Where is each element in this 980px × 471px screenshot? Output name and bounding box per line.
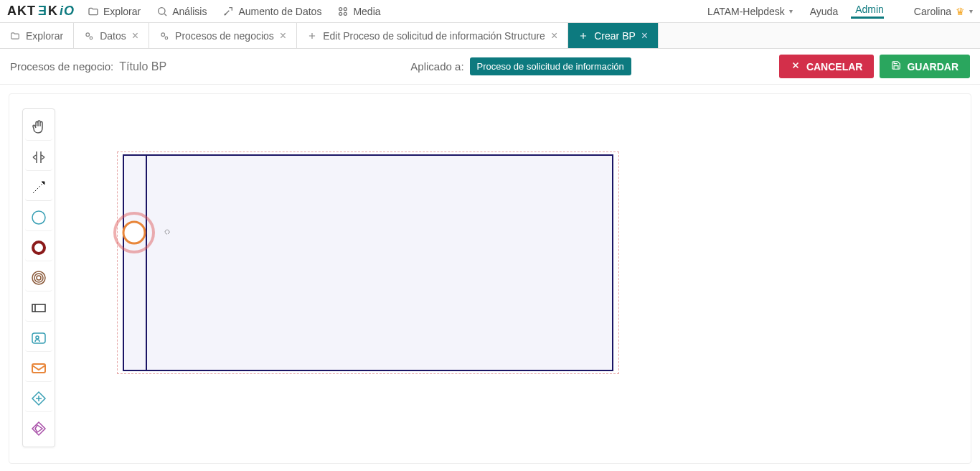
start-event-node[interactable]: [121, 220, 147, 246]
svg-point-0: [159, 7, 165, 14]
svg-point-5: [344, 12, 347, 15]
plus-icon: [307, 31, 317, 41]
pool-lane[interactable]: [123, 154, 613, 371]
top-nav: AKTEKiO Explorar Análisis Aumento de Dat…: [0, 0, 980, 23]
lane-tool[interactable]: [25, 294, 52, 322]
close-icon[interactable]: ×: [641, 30, 648, 42]
tab-edit-structure[interactable]: Edit Proceso de solicitud de información…: [297, 23, 568, 48]
search-icon: [156, 6, 168, 17]
cancel-button[interactable]: CANCELAR: [779, 55, 875, 78]
user-task-tool[interactable]: [25, 325, 52, 352]
close-icon[interactable]: ×: [280, 30, 286, 42]
chevron-down-icon: ▾: [789, 7, 793, 15]
svg-point-15: [161, 32, 165, 36]
align-tool[interactable]: [25, 144, 52, 171]
svg-point-1: [225, 14, 226, 14]
gears-icon: [84, 31, 94, 41]
svg-point-17: [32, 211, 45, 224]
intermediate-event-tool[interactable]: [25, 264, 52, 292]
chevron-down-icon: ▾: [969, 7, 973, 15]
tab-explorar[interactable]: Explorar: [0, 23, 74, 48]
connect-tool[interactable]: [25, 174, 52, 201]
applied-label: Aplicado a:: [410, 60, 463, 73]
right-nav: LATAM-Helpdesk ▾ Ayuda Admin Carolina ♛ …: [703, 4, 973, 19]
message-tool[interactable]: [25, 355, 52, 382]
admin-link[interactable]: Admin: [851, 4, 884, 19]
app-logo[interactable]: AKTEKiO: [7, 4, 75, 19]
save-button[interactable]: GUARDAR: [880, 55, 970, 78]
grab-cursor-icon: [162, 227, 172, 237]
user-menu[interactable]: Carolina ♛ ▾: [910, 6, 973, 17]
augment-icon: [222, 6, 234, 17]
nav-analisis[interactable]: Análisis: [156, 6, 207, 17]
crown-icon: ♛: [956, 6, 965, 17]
svg-point-13: [86, 32, 90, 36]
svg-point-27: [123, 222, 145, 243]
svg-point-16: [165, 37, 168, 39]
nav-aumento[interactable]: Aumento de Datos: [222, 6, 321, 17]
svg-point-21: [37, 276, 41, 280]
help-link[interactable]: Ayuda: [806, 6, 838, 17]
folder-icon: [10, 31, 20, 41]
tab-datos[interactable]: Datos ×: [74, 23, 149, 48]
close-icon: [791, 60, 801, 73]
save-icon: [891, 60, 901, 73]
svg-point-20: [34, 274, 43, 282]
svg-point-18: [33, 242, 44, 253]
folder-icon: [88, 6, 99, 17]
end-event-tool[interactable]: [25, 234, 52, 261]
canvas[interactable]: [9, 93, 971, 464]
nav-media[interactable]: Media: [337, 6, 380, 17]
tab-procesos[interactable]: Procesos de negocios ×: [149, 23, 297, 48]
plus-icon: [578, 31, 588, 41]
tabs-bar: Explorar Datos × Procesos de negocios × …: [0, 23, 980, 49]
svg-rect-22: [32, 304, 45, 312]
hand-tool[interactable]: [25, 113, 52, 141]
svg-point-3: [344, 7, 347, 10]
start-event-tool[interactable]: [25, 204, 52, 231]
close-icon[interactable]: ×: [551, 30, 557, 42]
gateway2-tool[interactable]: [25, 415, 52, 442]
close-icon[interactable]: ×: [132, 30, 138, 42]
action-bar: Procesos de negocio: Aplicado a: Proceso…: [0, 49, 980, 85]
applied-badge[interactable]: Proceso de solicitud de información: [470, 57, 631, 75]
canvas-wrap: [0, 85, 980, 471]
svg-point-2: [339, 7, 342, 10]
nav-explorar[interactable]: Explorar: [88, 6, 141, 17]
media-icon: [337, 6, 349, 17]
bp-title-input[interactable]: [119, 60, 263, 73]
svg-rect-26: [32, 364, 45, 373]
svg-point-25: [36, 336, 39, 339]
svg-point-14: [90, 37, 93, 39]
gears-icon: [159, 31, 169, 41]
workspace-selector[interactable]: LATAM-Helpdesk ▾: [703, 6, 793, 17]
gateway-tool[interactable]: [25, 385, 52, 412]
bpmn-toolbar: [22, 108, 55, 447]
nav-items: Explorar Análisis Aumento de Datos Media: [88, 6, 381, 17]
tab-crear-bp[interactable]: Crear BP ×: [568, 23, 659, 48]
svg-point-28: [165, 230, 169, 234]
bp-label: Procesos de negocio:: [10, 60, 113, 73]
svg-point-4: [339, 12, 342, 15]
lane-divider: [146, 156, 147, 370]
